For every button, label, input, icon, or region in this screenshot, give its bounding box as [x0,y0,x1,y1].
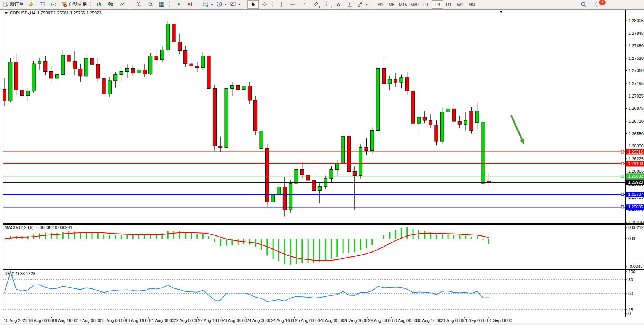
line-chart-button[interactable] [116,0,128,9]
candle [341,132,345,168]
time-tick-label: 16 Aug 00:00 [28,318,53,323]
timeframe-d1-button[interactable]: D1 [443,0,454,9]
time-tick-label: 18 Aug 16:00 [125,318,150,323]
auto-trading-label: 自动交易 [69,1,87,8]
toolbar-separator [198,1,199,8]
time-tick-label: 23 Aug 08:00 [222,318,247,323]
level-anchor-handle[interactable] [621,206,624,208]
crosshair-button[interactable] [259,0,270,9]
timeframe-h4-button[interactable]: H4 [432,0,443,9]
vertical-line-icon [278,1,285,8]
chart-shift-button[interactable] [184,0,196,9]
text-button[interactable]: A [333,0,344,9]
timeframe-m30-button[interactable]: M30 [409,0,420,9]
chart-dropdown-icon[interactable] [5,11,8,15]
candle [254,96,257,135]
horizontal-line-button[interactable] [287,0,298,9]
notifications-button[interactable]: 1 [592,0,604,9]
time-tick-label: 21 Aug 08:00 [150,318,174,323]
timeframe-m5-button[interactable]: M5 [386,0,397,9]
time-tick-label: 22 Aug 16:00 [198,318,223,323]
macd-tick-label: 0.00 [628,236,636,241]
time-tick-label: 30 Aug 16:00 [417,318,442,323]
candle [289,180,292,213]
timeframe-label: M5 [389,2,394,7]
macd-tick-label: 0.002121 [628,225,644,230]
timeframe-m15-button[interactable]: M15 [397,0,409,9]
timeframe-label: MN [468,2,475,7]
text-label-button[interactable]: T [344,0,355,9]
signal-button[interactable] [48,0,59,9]
level-anchor-handle[interactable] [621,175,624,178]
price-tick-label: 1.27845 [628,31,644,35]
price-tick-label: 1.26550 [628,131,644,136]
timeframe-h1-button[interactable]: H1 [420,0,432,9]
bar-chart-icon [96,1,103,8]
zoom-out-button[interactable] [145,0,156,9]
vertical-line-button[interactable] [276,0,287,9]
new-order-icon [2,1,9,8]
indicators-icon [202,1,209,8]
candle [32,61,35,93]
timeframe-w1-button[interactable]: W1 [454,0,466,9]
price-tick-label: 1.26390 [628,144,644,148]
candle [260,127,263,152]
toolbar-separator [169,1,171,8]
timeframe-label: W1 [457,2,464,7]
bar-chart-button[interactable] [94,0,105,9]
main-toolbar: 新订单 自动交易 [0,0,644,9]
fibonacci-letter: F [331,6,332,8]
level-anchor-handle[interactable] [621,193,624,196]
styler-button[interactable] [25,0,37,9]
price-tick-label: 1.28005 [628,18,644,23]
periods-button[interactable] [215,0,228,9]
price-tick-label: 1.27195 [628,81,644,86]
trendline-button[interactable] [298,0,310,9]
zoom-out-icon [147,1,154,8]
dropdown-caret-icon [238,4,241,5]
arrows-button[interactable] [355,0,369,9]
templates-button[interactable] [228,0,242,9]
time-tick-label: 31 Aug 08:00 [441,318,465,323]
auto-trading-button[interactable]: 自动交易 [59,0,88,9]
crosshair-icon [261,1,268,8]
time-tick-label: 25 Aug 08:00 [295,318,320,323]
toolbar-right-cluster: 1 [578,0,604,9]
zoom-in-button[interactable] [133,0,145,9]
dropdown-caret-icon [225,4,227,5]
cursor-button[interactable] [247,0,259,9]
time-tick-label: 29 Aug 08:00 [368,318,393,323]
price-tick-label: 1.26225 [628,157,644,161]
tile-windows-button[interactable] [156,0,167,9]
level-anchor-handle[interactable] [621,150,624,153]
chart-window-button[interactable] [37,0,48,9]
candle [470,107,473,133]
time-tick-label: 18 Aug 00:00 [101,318,126,323]
auto-scroll-button[interactable] [173,0,184,9]
new-order-button[interactable]: 新订单 [1,0,25,9]
timeframe-mn-button[interactable]: MN [466,0,477,9]
chart-background [0,9,644,323]
candle [213,85,216,150]
line-chart-icon [119,1,126,8]
candlestick-chart-button[interactable] [105,0,116,9]
timeframe-m1-button[interactable]: M1 [375,0,386,9]
time-tick-label: 28 Aug 00:00 [319,318,344,323]
timeframe-bar: M1M5M15M30H1H4D1W1MN [375,0,477,9]
dropdown-caret-icon [365,4,368,5]
fibonacci-button[interactable]: F [321,0,333,9]
search-button[interactable] [578,0,589,9]
candle [225,85,228,149]
level-anchor-handle[interactable] [621,162,624,165]
text-label-icon: T [348,2,352,7]
level-price-tag-label: 1.25767 [628,192,643,197]
equidistant-channel-button[interactable]: E [310,0,321,9]
indicators-button[interactable] [201,0,215,9]
search-icon [580,1,587,8]
macd-tick-label: -0.004348 [628,264,644,269]
candle [440,108,444,144]
auto-trading-icon [61,1,67,8]
chart-canvas[interactable]: 1.280051.278451.276801.275201.273601.271… [0,0,644,325]
candle [166,21,170,51]
signal-icon [51,1,57,8]
